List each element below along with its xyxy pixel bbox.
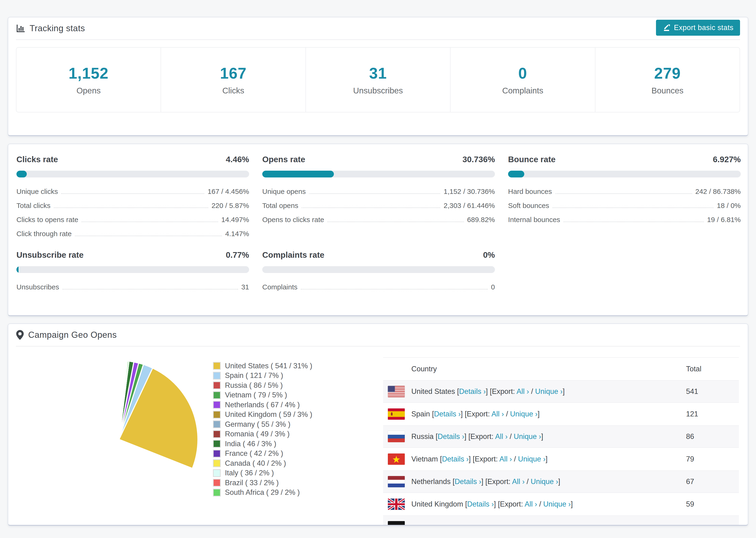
export-all-link[interactable]: All › xyxy=(499,455,512,463)
rate-detail-label: Unique clicks xyxy=(17,188,58,195)
rate-progress-track xyxy=(17,171,249,178)
total-cell: 86 xyxy=(686,432,739,441)
bracket: ] [Export: xyxy=(494,500,525,508)
export-unique-link[interactable]: Unique › xyxy=(531,477,558,486)
bar-chart-icon xyxy=(16,24,26,33)
pie-slice xyxy=(119,360,119,439)
separator: / xyxy=(508,432,514,441)
details-link[interactable]: Details › xyxy=(455,477,481,486)
rate-detail-row: Internal bounces 19 / 6.81% xyxy=(508,213,741,227)
clicks-rate-panel: Clicks rate 4.46% Unique clicks 167 / 4.… xyxy=(17,155,249,241)
details-link[interactable]: Details › xyxy=(459,387,486,396)
legend-item: Netherlands ( 67 / 4% ) xyxy=(213,400,312,410)
legend-swatch xyxy=(213,391,221,399)
rate-title: Complaints rate xyxy=(262,250,324,260)
legend-swatch xyxy=(213,459,221,467)
table-row-es: Spain [Details ›] [Export: All › / Uniqu… xyxy=(383,403,739,425)
legend-swatch xyxy=(213,372,221,380)
total-cell: 59 xyxy=(686,500,739,509)
legend-swatch xyxy=(213,440,221,448)
rate-detail-label: Total opens xyxy=(262,202,298,210)
rate-title: Unsubscribe rate xyxy=(17,250,83,260)
country-name: United Kingdom xyxy=(411,500,463,508)
table-row-vn: Vietnam [Details ›] [Export: All › / Uni… xyxy=(383,448,739,470)
bracket: ] [Export: xyxy=(486,387,516,396)
export-unique-link[interactable]: Unique › xyxy=(543,500,571,508)
summary-value: 1,152 xyxy=(69,64,108,82)
export-all-link[interactable]: All › xyxy=(524,500,537,508)
export-basic-stats-button[interactable]: Export basic stats xyxy=(656,20,740,36)
summary-tile-bounces: 279 Bounces xyxy=(595,48,739,112)
legend-label: France ( 42 / 2% ) xyxy=(225,449,283,458)
total-cell: 67 xyxy=(686,477,739,486)
legend-label: Brazil ( 33 / 2% ) xyxy=(225,479,279,487)
bracket: [ xyxy=(465,500,467,508)
bracket: [ xyxy=(436,432,438,441)
country-flag-nl xyxy=(383,476,411,487)
export-unique-link[interactable]: Unique › xyxy=(535,387,563,396)
legend-item: France ( 42 / 2% ) xyxy=(213,449,312,459)
legend-label: Spain ( 121 / 7% ) xyxy=(225,371,283,380)
export-unique-link[interactable]: Unique › xyxy=(518,455,545,463)
rate-detail-value: 14.497% xyxy=(221,216,249,224)
export-unique-link[interactable]: Unique › xyxy=(514,432,541,441)
bracket: ] [Export: xyxy=(481,477,512,486)
legend-label: Canada ( 40 / 2% ) xyxy=(225,459,286,467)
details-link[interactable]: Details › xyxy=(442,455,469,463)
summary-tile-unsubscribes: 31 Unsubscribes xyxy=(306,48,451,112)
legend-item: Canada ( 40 / 2% ) xyxy=(213,458,312,468)
summary-label: Clicks xyxy=(222,86,244,95)
rate-detail-value: 1,152 / 30.736% xyxy=(444,188,495,195)
country-flag-ru xyxy=(383,431,411,442)
rate-head: Unsubscribe rate 0.77% xyxy=(17,250,249,260)
legend-label: Germany ( 55 / 3% ) xyxy=(225,420,291,429)
legend-swatch xyxy=(213,430,221,438)
complaints-rate-panel: Complaints rate 0% Complaints 0 xyxy=(262,250,495,294)
legend-swatch xyxy=(213,381,221,389)
legend-label: United Kingdom ( 59 / 3% ) xyxy=(225,410,312,419)
country-cell: Russia [Details ›] [Export: All › / Uniq… xyxy=(411,432,686,441)
table-row-us: United States [Details ›] [Export: All ›… xyxy=(383,380,739,403)
details-link[interactable]: Details › xyxy=(434,410,461,418)
bracket: ] xyxy=(541,432,543,441)
rate-detail-label: Opens to clicks rate xyxy=(262,216,324,224)
tracking-stats-header: Tracking stats Export basic stats xyxy=(16,17,740,40)
summary-value: 0 xyxy=(518,64,527,82)
rate-head: Clicks rate 4.46% xyxy=(17,155,249,164)
country-cell: United Kingdom [Details ›] [Export: All … xyxy=(411,500,686,509)
bracket: [ xyxy=(432,410,434,418)
rate-detail-value: 4.147% xyxy=(225,230,249,238)
separator: / xyxy=(529,387,535,396)
export-all-link[interactable]: All › xyxy=(516,387,529,396)
legend-label: Russia ( 86 / 5% ) xyxy=(225,381,283,390)
page-title: Tracking stats xyxy=(29,24,85,33)
rate-value: 0% xyxy=(483,250,495,260)
country-flag-gb xyxy=(383,499,411,510)
rate-detail-value: 19 / 6.81% xyxy=(707,216,741,224)
export-all-link[interactable]: All › xyxy=(491,410,504,418)
rate-detail-label: Clicks to opens rate xyxy=(17,216,78,224)
separator: / xyxy=(524,477,531,486)
dotted-leader xyxy=(63,289,238,290)
summary-value: 279 xyxy=(654,64,681,82)
legend-item: Spain ( 121 / 7% ) xyxy=(213,371,312,381)
export-button-label: Export basic stats xyxy=(674,24,733,32)
rate-detail-value: 0 xyxy=(491,283,495,291)
country-flag-us xyxy=(383,386,411,397)
details-link[interactable]: Details › xyxy=(467,500,494,508)
rate-progress-track xyxy=(262,266,495,273)
export-all-link[interactable]: All › xyxy=(512,477,524,486)
legend-item: Vietnam ( 79 / 5% ) xyxy=(213,390,312,400)
country-cell: Spain [Details ›] [Export: All › / Uniqu… xyxy=(411,410,686,418)
campaign-geo-opens-card: Campaign Geo Opens United States ( 541 /… xyxy=(8,323,748,526)
opens-rate-panel: Opens rate 30.736% Unique opens 1,152 / … xyxy=(262,155,495,227)
rate-head: Bounce rate 6.927% xyxy=(508,155,741,164)
export-all-link[interactable]: All › xyxy=(495,432,508,441)
details-link[interactable]: Details › xyxy=(438,432,464,441)
dotted-leader xyxy=(564,222,704,222)
summary-label: Unsubscribes xyxy=(353,86,403,95)
export-unique-link[interactable]: Unique › xyxy=(510,410,537,418)
rate-progress-fill xyxy=(17,171,27,178)
export-icon xyxy=(663,24,671,32)
rate-detail-label: Unique opens xyxy=(262,188,306,195)
